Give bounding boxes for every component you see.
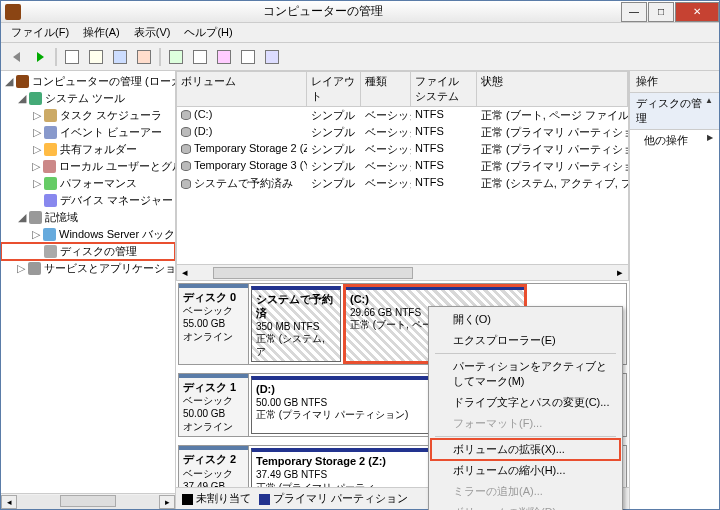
disk-label: ディスク 1ベーシック50.00 GBオンライン xyxy=(179,374,249,436)
toolbar-icon[interactable] xyxy=(261,46,283,68)
close-button[interactable]: ✕ xyxy=(675,2,719,22)
tree-storage[interactable]: ◢記憶域 xyxy=(1,209,175,226)
context-menu-item: フォーマット(F)... xyxy=(431,413,620,434)
tree-h-scrollbar[interactable]: ◂▸ xyxy=(1,493,175,509)
separator xyxy=(55,48,57,66)
back-button[interactable] xyxy=(5,46,27,68)
tree-label: パフォーマンス xyxy=(60,176,137,191)
context-menu-item: ボリュームの削除(D)... xyxy=(431,502,620,510)
actions-other[interactable]: 他の操作▶ xyxy=(630,130,719,151)
volume-list-body[interactable]: (C:)シンプルベーシックNTFS正常 (ブート, ページ ファイル, クラッシ… xyxy=(177,107,628,264)
context-menu-item: ミラーの追加(A)... xyxy=(431,481,620,502)
maximize-button[interactable]: □ xyxy=(648,2,674,22)
tree-wsb[interactable]: ▷Windows Server バック xyxy=(1,226,175,243)
toolbar-icon[interactable] xyxy=(189,46,211,68)
context-menu-item[interactable]: ボリュームの拡張(X)... xyxy=(431,439,620,460)
actions-pane: 操作 ディスクの管理▲ 他の操作▶ xyxy=(629,71,719,509)
h-scrollbar[interactable]: ◂▸ xyxy=(177,264,628,280)
tree-label: イベント ビューアー xyxy=(60,125,162,140)
tree-root[interactable]: ◢コンピューターの管理 (ローカル) xyxy=(1,73,175,90)
context-menu-item[interactable]: パーティションをアクティブとしてマーク(M) xyxy=(431,356,620,392)
context-menu-item[interactable]: エクスプローラー(E) xyxy=(431,330,620,351)
toolbar-icon[interactable] xyxy=(213,46,235,68)
context-menu-separator xyxy=(435,353,616,354)
col-fs[interactable]: ファイル システム xyxy=(411,72,477,106)
tree-event-viewer[interactable]: ▷イベント ビューアー xyxy=(1,124,175,141)
context-menu-item[interactable]: ボリュームの縮小(H)... xyxy=(431,460,620,481)
tree-disk-management[interactable]: ディスクの管理 xyxy=(1,243,175,260)
actions-item-label: 他の操作 xyxy=(644,133,688,148)
tree-task-scheduler[interactable]: ▷タスク スケジューラ xyxy=(1,107,175,124)
window-title: コンピューターの管理 xyxy=(25,3,620,20)
toolbar-icon[interactable] xyxy=(61,46,83,68)
tree-performance[interactable]: ▷パフォーマンス xyxy=(1,175,175,192)
tree-label: システム ツール xyxy=(45,91,125,106)
tree-label: 記憶域 xyxy=(45,210,78,225)
tree-label: サービスとアプリケーション xyxy=(44,261,176,276)
actions-section[interactable]: ディスクの管理▲ xyxy=(630,93,719,130)
toolbar-icon[interactable] xyxy=(133,46,155,68)
toolbar xyxy=(1,43,719,71)
titlebar[interactable]: コンピューターの管理 — □ ✕ xyxy=(1,1,719,23)
volume-row[interactable]: (C:)シンプルベーシックNTFS正常 (ブート, ページ ファイル, クラッシ… xyxy=(177,107,628,124)
col-status[interactable]: 状態 xyxy=(477,72,628,106)
separator xyxy=(159,48,161,66)
collapse-icon: ▲ xyxy=(705,96,713,126)
toolbar-icon[interactable] xyxy=(165,46,187,68)
tree-label: 共有フォルダー xyxy=(60,142,137,157)
context-menu-separator xyxy=(435,436,616,437)
tree-services[interactable]: ▷サービスとアプリケーション xyxy=(1,260,175,277)
volume-row[interactable]: システムで予約済みシンプルベーシックNTFS正常 (システム, アクティブ, プ… xyxy=(177,175,628,192)
menu-view[interactable]: 表示(V) xyxy=(128,23,177,42)
forward-button[interactable] xyxy=(29,46,51,68)
col-volume[interactable]: ボリューム xyxy=(177,72,307,106)
col-type[interactable]: 種類 xyxy=(361,72,411,106)
menu-help[interactable]: ヘルプ(H) xyxy=(178,23,238,42)
toolbar-icon[interactable] xyxy=(85,46,107,68)
app-icon xyxy=(5,4,21,20)
tree-system-tools[interactable]: ◢システム ツール xyxy=(1,90,175,107)
menu-file[interactable]: ファイル(F) xyxy=(5,23,75,42)
disk-label: ディスク 2ベーシック37.49 GBオンライン xyxy=(179,446,249,487)
expand-icon: ▶ xyxy=(707,133,713,148)
col-layout[interactable]: レイアウト xyxy=(307,72,361,106)
toolbar-icon[interactable] xyxy=(237,46,259,68)
volume-row[interactable]: (D:)シンプルベーシックNTFS正常 (プライマリ パーティション) xyxy=(177,124,628,141)
volume-list: ボリューム レイアウト 種類 ファイル システム 状態 (C:)シンプルベーシッ… xyxy=(176,71,629,281)
tree-local-users[interactable]: ▷ローカル ユーザーとグルー xyxy=(1,158,175,175)
context-menu-item[interactable]: 開く(O) xyxy=(431,309,620,330)
tree-label: コンピューターの管理 (ローカル) xyxy=(32,74,176,89)
legend-unalloc: 未割り当て xyxy=(196,492,251,504)
tree-shared-folders[interactable]: ▷共有フォルダー xyxy=(1,141,175,158)
partition[interactable]: システムで予約済350 MB NTFS正常 (システム, ア xyxy=(251,286,341,362)
volume-row[interactable]: Temporary Storage 2 (Z:)シンプルベーシックNTFS正常 … xyxy=(177,141,628,158)
tree-label: ディスクの管理 xyxy=(60,244,137,259)
disk-label: ディスク 0ベーシック55.00 GBオンライン xyxy=(179,284,249,364)
minimize-button[interactable]: — xyxy=(621,2,647,22)
tree-label: ローカル ユーザーとグルー xyxy=(59,159,176,174)
context-menu-item[interactable]: ドライブ文字とパスの変更(C)... xyxy=(431,392,620,413)
actions-section-label: ディスクの管理 xyxy=(636,96,705,126)
legend-primary: プライマリ パーティション xyxy=(273,492,408,504)
tree-label: デバイス マネージャー xyxy=(60,193,173,208)
toolbar-icon[interactable] xyxy=(109,46,131,68)
volume-row[interactable]: Temporary Storage 3 (Y:)シンプルベーシックNTFS正常 … xyxy=(177,158,628,175)
menubar: ファイル(F) 操作(A) 表示(V) ヘルプ(H) xyxy=(1,23,719,43)
nav-tree[interactable]: ◢コンピューターの管理 (ローカル) ◢システム ツール ▷タスク スケジューラ… xyxy=(1,71,176,509)
context-menu: 開く(O)エクスプローラー(E)パーティションをアクティブとしてマーク(M)ドラ… xyxy=(428,306,623,510)
tree-device-manager[interactable]: デバイス マネージャー xyxy=(1,192,175,209)
tree-label: Windows Server バック xyxy=(59,227,175,242)
menu-action[interactable]: 操作(A) xyxy=(77,23,126,42)
actions-header: 操作 xyxy=(630,71,719,93)
volume-list-header: ボリューム レイアウト 種類 ファイル システム 状態 xyxy=(177,72,628,107)
tree-label: タスク スケジューラ xyxy=(60,108,162,123)
